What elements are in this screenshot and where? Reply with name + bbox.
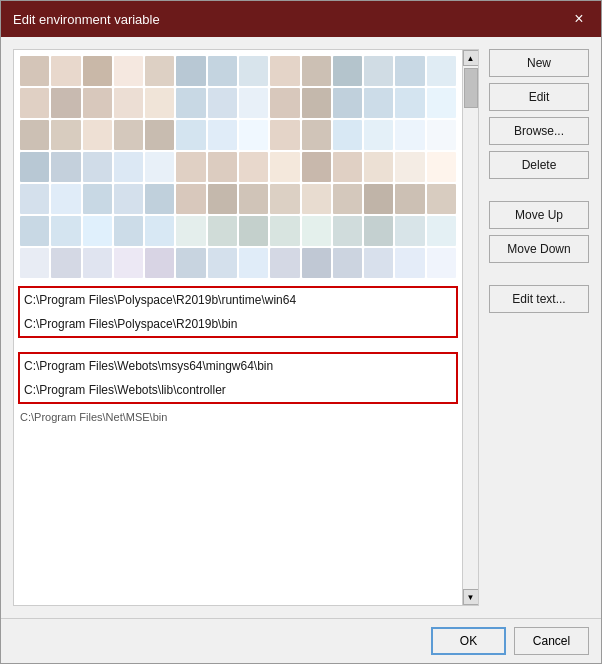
browse-button[interactable]: Browse... [489, 117, 589, 145]
pixel-block [176, 248, 205, 278]
scrollbar[interactable]: ▲ ▼ [462, 50, 478, 605]
list-item[interactable]: C:\Program Files\Webots\lib\controller [20, 378, 456, 402]
ok-button[interactable]: OK [431, 627, 506, 655]
pixel-block [364, 56, 393, 86]
pixel-block [208, 120, 237, 150]
buttons-panel: New Edit Browse... Delete Move Up Move D… [489, 49, 589, 606]
pixel-block [114, 120, 143, 150]
pixel-block [427, 184, 456, 214]
pixel-block [239, 88, 268, 118]
delete-button[interactable]: Delete [489, 151, 589, 179]
pixel-block [270, 88, 299, 118]
pixel-block [333, 184, 362, 214]
close-button[interactable]: × [569, 9, 589, 29]
pixel-block [427, 248, 456, 278]
pixel-block [83, 88, 112, 118]
pixel-block [176, 216, 205, 246]
pixel-block [208, 152, 237, 182]
spacer-1 [489, 185, 589, 195]
pixel-block [302, 152, 331, 182]
list-item[interactable]: C:\Program Files\Net\MSE\bin [14, 406, 462, 429]
pixel-block [145, 88, 174, 118]
list-container[interactable]: C:\Program Files\Polyspace\R2019b\runtim… [14, 50, 462, 605]
pixel-block [114, 152, 143, 182]
pixel-block [395, 56, 424, 86]
edit-text-button[interactable]: Edit text... [489, 285, 589, 313]
pixel-block [114, 88, 143, 118]
pixel-block [364, 152, 393, 182]
pixel-block [51, 152, 80, 182]
move-down-button[interactable]: Move Down [489, 235, 589, 263]
pixel-block [208, 248, 237, 278]
pixel-block [302, 248, 331, 278]
pixel-block [20, 56, 49, 86]
pixel-block [270, 184, 299, 214]
list-item[interactable]: C:\Program Files\Webots\msys64\mingw64\b… [20, 354, 456, 378]
pixel-block [333, 152, 362, 182]
highlighted-group-2: C:\Program Files\Webots\msys64\mingw64\b… [18, 352, 458, 404]
list-scroll-container: C:\Program Files\Polyspace\R2019b\runtim… [14, 50, 478, 605]
pixel-block [114, 184, 143, 214]
pixel-block [302, 216, 331, 246]
pixel-block [270, 56, 299, 86]
pixel-block [364, 248, 393, 278]
pixel-block [239, 184, 268, 214]
pixel-block [364, 184, 393, 214]
pixel-block [395, 248, 424, 278]
list-item[interactable]: C:\Program Files\Polyspace\R2019b\runtim… [20, 288, 456, 312]
pixel-block [176, 120, 205, 150]
pixel-block [51, 248, 80, 278]
pixel-block [208, 216, 237, 246]
dialog-title: Edit environment variable [13, 12, 160, 27]
pixel-block [145, 248, 174, 278]
pixel-block [145, 184, 174, 214]
pixel-block [20, 88, 49, 118]
dialog-body: C:\Program Files\Polyspace\R2019b\runtim… [1, 37, 601, 618]
pixel-block [51, 56, 80, 86]
title-bar: Edit environment variable × [1, 1, 601, 37]
pixel-block [239, 216, 268, 246]
pixel-block [364, 216, 393, 246]
pixel-block [333, 216, 362, 246]
new-button[interactable]: New [489, 49, 589, 77]
edit-button[interactable]: Edit [489, 83, 589, 111]
pixel-block [333, 56, 362, 86]
pixel-block [333, 88, 362, 118]
pixel-block [302, 56, 331, 86]
pixel-block [395, 184, 424, 214]
pixel-block [427, 216, 456, 246]
scroll-up-button[interactable]: ▲ [463, 50, 479, 66]
pixel-block [83, 120, 112, 150]
scroll-down-button[interactable]: ▼ [463, 589, 479, 605]
list-item[interactable]: C:\Program Files\Polyspace\R2019b\bin [20, 312, 456, 336]
pixel-block [145, 152, 174, 182]
cancel-button[interactable]: Cancel [514, 627, 589, 655]
pixel-block [83, 184, 112, 214]
pixel-block [270, 152, 299, 182]
pixel-block [270, 216, 299, 246]
move-up-button[interactable]: Move Up [489, 201, 589, 229]
pixel-block [83, 56, 112, 86]
blurred-items-area [14, 50, 462, 284]
pixel-block [270, 120, 299, 150]
pixel-block [83, 152, 112, 182]
pixel-block [395, 88, 424, 118]
pixel-block [20, 216, 49, 246]
pixel-block [20, 184, 49, 214]
pixel-block [83, 248, 112, 278]
pixel-block [114, 216, 143, 246]
pixel-block [208, 56, 237, 86]
pixel-block [395, 152, 424, 182]
pixel-block [145, 120, 174, 150]
edit-env-var-dialog: Edit environment variable × C:\Program F… [0, 0, 602, 664]
scrollbar-thumb[interactable] [464, 68, 478, 108]
pixel-block [176, 184, 205, 214]
pixel-block [176, 152, 205, 182]
pixel-block [51, 184, 80, 214]
pixel-block [427, 152, 456, 182]
pixel-block [395, 216, 424, 246]
pixel-block [51, 120, 80, 150]
pixel-block [20, 120, 49, 150]
pixel-block [364, 88, 393, 118]
pixel-block [51, 88, 80, 118]
